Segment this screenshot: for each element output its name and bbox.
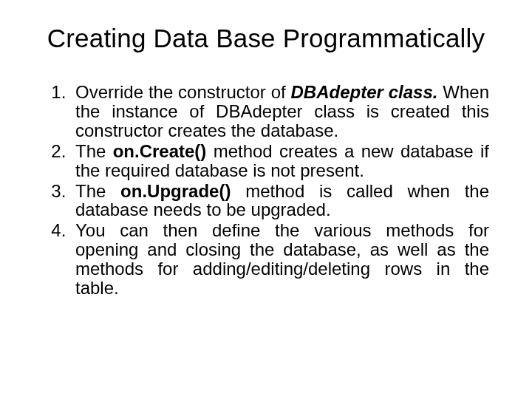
list-item: Override the constructor of DBAdepter cl… — [71, 83, 489, 140]
list-item: The on.Upgrade() method is called when t… — [71, 182, 489, 220]
slide-title: Creating Data Base Programmatically — [38, 24, 494, 53]
list-item: The on.Create() method creates a new dat… — [71, 142, 489, 180]
list-item: You can then define the various methods … — [71, 221, 489, 298]
text-run: The — [75, 141, 113, 161]
bold-run: on.Upgrade() — [120, 181, 231, 201]
text-run: The — [75, 181, 120, 201]
text-run: You can then define the various methods … — [75, 220, 489, 298]
slide: Creating Data Base Programmatically Over… — [0, 0, 532, 399]
bold-run: on.Create() — [113, 141, 207, 161]
numbered-list: Override the constructor of DBAdepter cl… — [38, 83, 494, 298]
text-run: Override the constructor of — [75, 82, 291, 102]
emphasis-run: DBAdepter class. — [291, 82, 438, 102]
